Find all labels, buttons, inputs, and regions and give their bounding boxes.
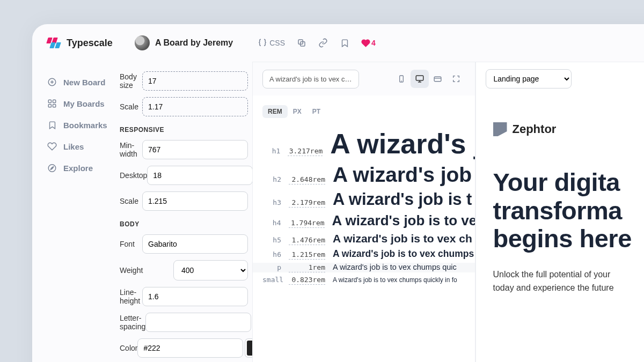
nav-explore[interactable]: Explore (47, 157, 120, 179)
svg-rect-14 (434, 77, 441, 82)
app-logo[interactable]: Typescale (47, 38, 120, 49)
likes-counter[interactable]: 4 (361, 39, 376, 48)
fullscreen-button[interactable] (447, 70, 465, 88)
bookmark-icon (47, 120, 57, 130)
left-nav: New Board My Boards Bookmarks Likes Expl… (32, 62, 120, 362)
letter-spacing-input[interactable] (145, 313, 251, 332)
svg-rect-4 (53, 100, 56, 102)
scale-size: 2.179rem (289, 198, 325, 208)
nav-bookmarks[interactable]: Bookmarks (47, 114, 120, 136)
scale-sample: A wizard's job is t (333, 190, 472, 209)
svg-rect-3 (48, 100, 51, 102)
scale-size: 2.648rem (289, 175, 325, 184)
nav-likes[interactable]: Likes (47, 136, 120, 157)
color-label: Color (120, 344, 137, 352)
bookmark-button[interactable] (340, 38, 349, 48)
mobile-icon (397, 75, 406, 83)
avatar[interactable] (135, 35, 150, 50)
body-size-input[interactable] (142, 71, 248, 91)
scale-row: h4 1.794rem A wizard's job is to ve (262, 212, 475, 229)
weight-label: Weight (120, 266, 173, 275)
scale-row: h2 2.648rem A wizard's job (262, 163, 475, 187)
scale-size: 1.215rem (289, 250, 325, 260)
scale-sample: A wizard's job (333, 163, 472, 187)
template-body: Zephtor Your digita transforma begins he… (476, 95, 645, 294)
unit-tabs: REM PX PT (262, 105, 475, 118)
zephtor-mark-icon (493, 122, 507, 136)
split-icon (433, 75, 442, 84)
scale-row: p 1rem A wizard's job is to vex chumps q… (253, 263, 475, 272)
color-input[interactable] (137, 338, 243, 358)
line-height-label: Line-height (120, 288, 142, 305)
scale-sample: A wizard's job is to ve (332, 212, 475, 229)
plus-circle-icon (47, 77, 57, 87)
topbar-actions: CSS 4 (258, 38, 376, 48)
grid-icon (47, 99, 57, 108)
desktop-label: Desktop (120, 171, 147, 180)
scale-sample: A wizard's j (330, 128, 474, 160)
scale-row: h6 1.215rem A wizard's job is to vex chu… (262, 248, 475, 260)
board-title: A Board by Jeremy (155, 38, 233, 48)
resp-scale-input[interactable] (142, 191, 248, 211)
heart-icon (361, 39, 370, 48)
top-bar: Typescale A Board by Jeremy CSS 4 (32, 24, 644, 62)
scale-tag: h1 (262, 147, 280, 155)
scale-tag: h6 (262, 250, 281, 258)
min-width-input[interactable] (142, 140, 248, 159)
css-label: CSS (269, 39, 285, 47)
device-split-button[interactable] (429, 70, 447, 88)
template-paragraph: Unlock the full potential of your today … (493, 268, 645, 295)
template-brand: Zephtor (493, 122, 645, 136)
desktop-input[interactable] (147, 166, 253, 185)
scale-input[interactable] (142, 97, 248, 116)
device-desktop-button[interactable] (411, 70, 429, 88)
unit-tab-px[interactable]: PX (288, 105, 307, 118)
copy-button[interactable] (297, 38, 306, 48)
body-size-label: Body size (120, 72, 142, 90)
scale-pane-header (253, 62, 475, 95)
scale-row: small 0.823rem A wizard's job is to vex … (262, 276, 475, 285)
expand-icon (452, 75, 460, 83)
scale-tag: small (262, 276, 281, 284)
weight-select[interactable]: 400 (173, 260, 248, 280)
scale-body: REM PX PT h1 3.217rem A wizard's j h2 2.… (253, 95, 475, 362)
scale-size: 1.794rem (289, 219, 325, 228)
nav-label: My Boards (63, 99, 105, 108)
template-brand-name: Zephtor (513, 122, 557, 136)
scale-size: 1rem (289, 263, 325, 272)
scale-row: h1 3.217rem A wizard's j (262, 128, 475, 160)
template-pane-header: Landing page (476, 62, 645, 95)
letter-spacing-label: Letter-spacing (120, 314, 145, 331)
sample-text-input[interactable] (262, 70, 359, 88)
nav-label: Bookmarks (63, 121, 107, 130)
scale-pane: REM PX PT h1 3.217rem A wizard's j h2 2.… (252, 62, 475, 362)
font-label: Font (120, 240, 142, 248)
line-height-input[interactable] (142, 287, 248, 306)
scale-tag: h4 (262, 219, 281, 227)
app-name: Typescale (67, 38, 113, 49)
svg-rect-11 (416, 76, 423, 80)
responsive-header: RESPONSIVE (120, 126, 248, 134)
font-input[interactable] (142, 234, 248, 254)
unit-tab-rem[interactable]: REM (262, 105, 288, 118)
scale-tag: p (262, 263, 281, 271)
svg-marker-8 (50, 166, 54, 169)
nav-label: Explore (63, 164, 93, 173)
template-headline: Your digita transforma begins here (493, 168, 645, 253)
logo-icon (47, 38, 62, 48)
compass-icon (47, 163, 57, 173)
body-header: BODY (120, 220, 248, 228)
css-button[interactable]: CSS (258, 38, 285, 48)
template-select[interactable]: Landing page (486, 69, 572, 88)
bookmark-icon (340, 39, 349, 48)
copy-icon (297, 38, 306, 48)
nav-my-boards[interactable]: My Boards (47, 93, 120, 114)
scale-tag: h5 (262, 236, 281, 244)
scale-size: 0.823rem (289, 276, 325, 285)
device-mobile-button[interactable] (392, 70, 411, 88)
scale-label: Scale (120, 102, 142, 111)
unit-tab-pt[interactable]: PT (307, 105, 326, 118)
nav-new-board[interactable]: New Board (47, 71, 120, 93)
link-button[interactable] (318, 38, 328, 48)
scale-size: 3.217rem (288, 147, 323, 156)
